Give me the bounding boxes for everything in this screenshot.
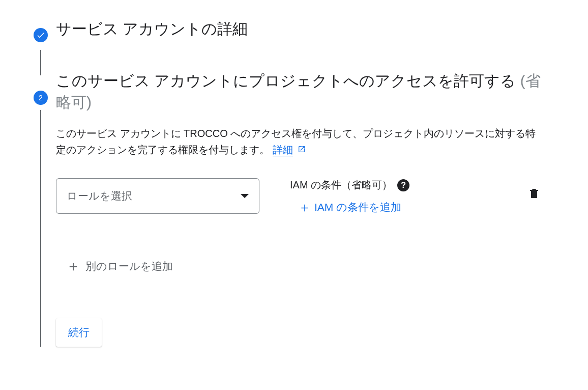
trash-icon: [528, 187, 540, 200]
help-icon[interactable]: ?: [397, 179, 409, 191]
continue-button-label: 続行: [68, 326, 90, 338]
step-2-title: このサービス アカウントにプロジェクトへのアクセスを許可する (省略可): [56, 70, 544, 113]
step-2-number: 2: [39, 94, 43, 102]
plus-icon: ＋: [66, 259, 80, 273]
continue-button[interactable]: 続行: [56, 318, 102, 347]
add-iam-condition-label: IAM の条件を追加: [314, 200, 401, 214]
role-select-dropdown[interactable]: ロールを選択: [56, 178, 259, 214]
add-another-role-label: 別のロールを追加: [85, 259, 173, 273]
step-1-title: サービス アカウントの詳細: [56, 18, 563, 40]
add-another-role-button[interactable]: ＋ 別のロールを追加: [56, 255, 183, 277]
add-iam-condition-button[interactable]: ＋ IAM の条件を追加: [298, 200, 401, 214]
step-2-active-icon: 2: [34, 91, 48, 105]
learn-more-link[interactable]: 詳細: [273, 144, 293, 156]
step-2-title-main: このサービス アカウントにプロジェクトへのアクセスを許可する: [56, 72, 520, 89]
step-connector-below: [40, 110, 41, 347]
plus-icon: ＋: [298, 201, 311, 214]
step-connector: [40, 50, 41, 75]
role-select-placeholder: ロールを選択: [67, 189, 132, 203]
chevron-down-icon: [241, 194, 249, 198]
iam-conditions-label: IAM の条件（省略可）: [290, 178, 392, 192]
step-2-description-text: このサービス アカウントに TROCCO へのアクセス権を付与して、プロジェクト…: [56, 128, 536, 155]
checkmark-icon: [36, 31, 45, 40]
external-link-icon: [298, 145, 306, 153]
step-2-description: このサービス アカウントに TROCCO へのアクセス権を付与して、プロジェクト…: [56, 125, 544, 158]
step-1-completed-icon: [34, 28, 48, 42]
delete-role-button[interactable]: [524, 183, 544, 205]
